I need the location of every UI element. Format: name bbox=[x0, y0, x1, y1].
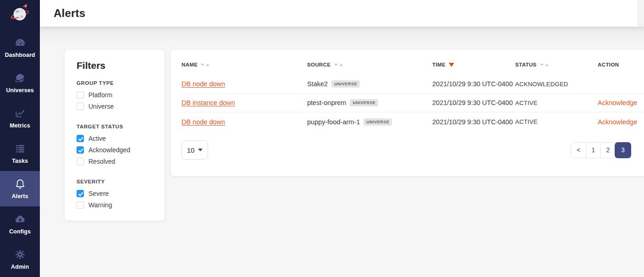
sidebar-item-label: Dashboard bbox=[5, 52, 35, 58]
source-name: ptest-onprem bbox=[307, 99, 346, 106]
sidebar-item-dashboard[interactable]: Dashboard bbox=[0, 30, 40, 65]
filter-option-label: Severe bbox=[88, 190, 109, 197]
main-area: Alerts Filters GROUP TYPE Platform Unive… bbox=[40, 0, 644, 277]
column-header-name[interactable]: NAME bbox=[182, 62, 307, 67]
alert-time: 2021/10/29 9:30 UTC-0400 bbox=[432, 118, 515, 126]
sidebar-item-alerts[interactable]: Alerts bbox=[0, 171, 40, 206]
prev-page-button[interactable]: < bbox=[571, 143, 586, 158]
pagination-bar: 10 < 1 2 3 bbox=[182, 140, 644, 160]
source-name: puppy-food-arm-1 bbox=[307, 118, 360, 126]
alert-status: ACTIVE bbox=[515, 118, 598, 125]
table-body: DB node down Stake2 UNIVERSE 2021/10/29 … bbox=[182, 75, 644, 131]
sidebar-item-tasks[interactable]: Tasks bbox=[0, 136, 40, 171]
page-size-dropdown[interactable]: 10 bbox=[182, 140, 208, 160]
checkbox-severe[interactable] bbox=[77, 190, 84, 197]
filter-option-resolved[interactable]: Resolved bbox=[77, 158, 154, 165]
column-header-time[interactable]: TIME bbox=[432, 62, 515, 67]
sidebar-item-admin[interactable]: Admin bbox=[0, 242, 40, 277]
sidebar-item-universes[interactable]: Universes bbox=[0, 65, 40, 100]
page-button-2[interactable]: 2 bbox=[600, 143, 615, 158]
configs-cloud-icon bbox=[14, 213, 26, 225]
filters-title: Filters bbox=[77, 60, 154, 71]
column-header-source[interactable]: SOURCE bbox=[307, 62, 432, 67]
column-label: TIME bbox=[432, 62, 446, 67]
alerts-table-card: NAME SOURCE TIME STATUS bbox=[171, 50, 644, 176]
tasks-list-icon bbox=[14, 143, 26, 155]
sidebar-item-label: Metrics bbox=[10, 122, 30, 129]
yugabyte-logo[interactable] bbox=[0, 0, 40, 26]
table-row: DB node down puppy-food-arm-1 UNIVERSE 2… bbox=[182, 112, 644, 131]
sidebar-nav: Dashboard Universes Metrics Tasks bbox=[0, 30, 40, 277]
alert-status: ACKNOWLEDGED bbox=[515, 81, 598, 88]
checkbox-acknowledged[interactable] bbox=[77, 146, 84, 154]
checkbox-warning[interactable] bbox=[77, 201, 84, 209]
alert-name-link[interactable]: DB node down bbox=[182, 80, 225, 88]
sidebar-item-metrics[interactable]: Metrics bbox=[0, 100, 40, 136]
table-row: DB instance down ptest-onprem UNIVERSE 2… bbox=[182, 94, 644, 112]
page-button-3[interactable]: 3 bbox=[615, 142, 631, 158]
sidebar-item-label: Configs bbox=[9, 228, 31, 235]
filter-option-universe[interactable]: Universe bbox=[77, 103, 154, 110]
filter-section-label: SEVERITY bbox=[77, 179, 154, 184]
table-header-row: NAME SOURCE TIME STATUS bbox=[182, 55, 644, 75]
filter-section-severity: SEVERITY Severe Warning bbox=[77, 179, 154, 209]
page-header: Alerts bbox=[40, 0, 644, 27]
dashboard-gauge-icon bbox=[14, 37, 26, 49]
admin-gear-icon bbox=[14, 249, 26, 260]
alerts-bell-icon bbox=[14, 178, 26, 190]
filter-option-label: Platform bbox=[88, 91, 112, 99]
filter-section-target-status: TARGET STATUS Active Acknowledged Resolv… bbox=[77, 124, 154, 165]
sort-icons bbox=[334, 64, 343, 66]
column-label: STATUS bbox=[515, 62, 537, 67]
filter-section-group-type: GROUP TYPE Platform Universe bbox=[77, 80, 154, 110]
checkbox-platform[interactable] bbox=[77, 91, 84, 99]
filter-option-label: Acknowledged bbox=[88, 146, 130, 154]
filter-option-acknowledged[interactable]: Acknowledged bbox=[77, 146, 154, 154]
filter-option-platform[interactable]: Platform bbox=[77, 91, 154, 99]
checkbox-universe[interactable] bbox=[77, 103, 84, 110]
filter-option-label: Universe bbox=[88, 103, 114, 110]
sort-icons bbox=[201, 64, 209, 66]
filter-option-label: Active bbox=[88, 135, 106, 142]
checkbox-active[interactable] bbox=[77, 135, 84, 142]
sidebar-item-label: Alerts bbox=[11, 193, 28, 199]
alert-name-link[interactable]: DB node down bbox=[182, 118, 225, 126]
alert-name-link[interactable]: DB instance down bbox=[182, 99, 235, 106]
alert-time: 2021/10/29 9:30 UTC-0400 bbox=[432, 99, 515, 106]
source-type-badge: UNIVERSE bbox=[363, 118, 392, 126]
pager: < 1 2 3 bbox=[571, 142, 631, 158]
app-root: Dashboard Universes Metrics Tasks bbox=[0, 0, 644, 277]
scrollbar-track[interactable] bbox=[638, 0, 644, 27]
filter-section-label: TARGET STATUS bbox=[77, 124, 154, 129]
sidebar: Dashboard Universes Metrics Tasks bbox=[0, 0, 40, 277]
content-area: Filters GROUP TYPE Platform Universe TAR… bbox=[40, 27, 644, 277]
sort-desc-icon bbox=[449, 63, 454, 67]
table-row: DB node down Stake2 UNIVERSE 2021/10/29 … bbox=[182, 75, 644, 94]
page-title: Alerts bbox=[54, 7, 85, 20]
column-header-status[interactable]: STATUS bbox=[515, 62, 598, 67]
sidebar-item-configs[interactable]: Configs bbox=[0, 206, 40, 242]
sidebar-item-label: Tasks bbox=[12, 158, 28, 164]
alert-status: ACTIVE bbox=[515, 100, 598, 106]
filter-option-active[interactable]: Active bbox=[77, 135, 154, 142]
universe-globe-icon bbox=[14, 72, 26, 84]
metrics-chart-icon bbox=[14, 107, 26, 119]
column-label: NAME bbox=[182, 62, 198, 67]
filter-option-label: Resolved bbox=[88, 158, 115, 165]
column-label: ACTION bbox=[598, 62, 619, 67]
filter-option-warning[interactable]: Warning bbox=[77, 201, 154, 209]
alert-time: 2021/10/29 9:30 UTC-0400 bbox=[432, 80, 515, 88]
source-type-badge: UNIVERSE bbox=[331, 80, 360, 88]
sidebar-item-label: Admin bbox=[11, 264, 29, 270]
acknowledge-button[interactable]: Acknowledge bbox=[598, 118, 637, 126]
page-button-1[interactable]: 1 bbox=[586, 143, 600, 158]
filter-option-label: Warning bbox=[88, 201, 112, 209]
source-name: Stake2 bbox=[307, 80, 328, 88]
page-size-value: 10 bbox=[187, 146, 195, 154]
filter-option-severe[interactable]: Severe bbox=[77, 190, 154, 197]
checkbox-resolved[interactable] bbox=[77, 158, 84, 165]
source-type-badge: UNIVERSE bbox=[350, 99, 378, 106]
acknowledge-button[interactable]: Acknowledge bbox=[598, 99, 637, 106]
filter-section-label: GROUP TYPE bbox=[77, 80, 154, 86]
sidebar-item-label: Universes bbox=[6, 87, 34, 94]
